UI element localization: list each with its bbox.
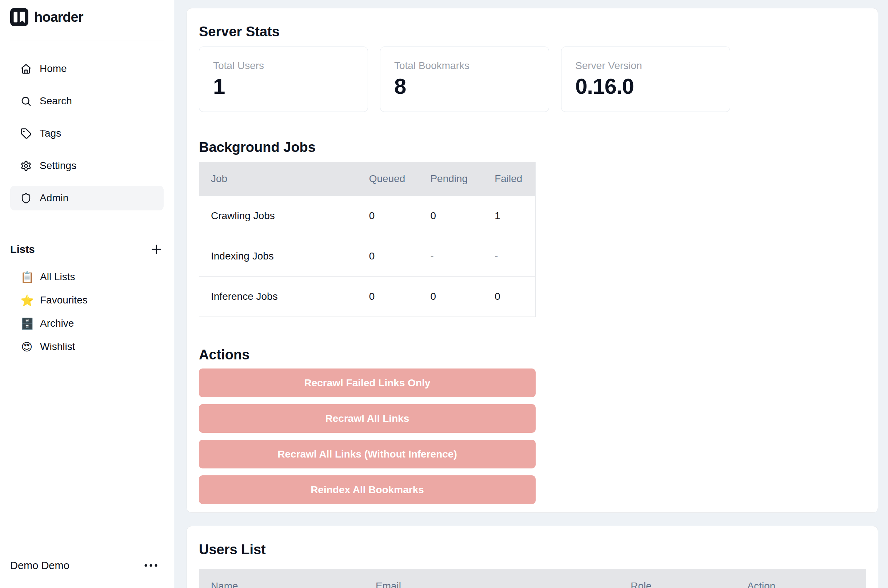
actions-buttons: Recrawl Failed Links Only Recrawl All Li… (199, 369, 536, 504)
column-header: Pending (430, 162, 494, 196)
recrawl-failed-links-button[interactable]: Recrawl Failed Links Only (199, 369, 536, 397)
column-header: Queued (369, 162, 431, 196)
job-queued: 0 (369, 196, 431, 236)
users-list-title: Users List (199, 541, 866, 558)
table-row: Crawling Jobs 0 0 1 (199, 196, 535, 236)
list-item-label: All Lists (40, 271, 75, 283)
stat-card-total-users: Total Users 1 (199, 46, 368, 112)
job-pending: 0 (430, 276, 494, 317)
stat-value: 8 (394, 75, 535, 99)
sidebar-nav: Home Search Tags Settings (10, 56, 164, 210)
shield-icon (20, 193, 32, 204)
lists-header: Lists (10, 241, 164, 258)
user-menu-row: Demo Demo (10, 558, 164, 573)
user-name: Demo Demo (10, 560, 69, 572)
users-table: Name Email Role Action (199, 569, 866, 588)
job-queued: 0 (369, 236, 431, 276)
list-item-all-lists[interactable]: 📋 All Lists (10, 265, 164, 288)
stat-label: Total Bookmarks (394, 59, 535, 72)
list-item-label: Archive (40, 318, 74, 329)
stat-card-server-version: Server Version 0.16.0 (561, 46, 730, 112)
clipboard-icon: 📋 (20, 271, 33, 284)
job-name: Inference Jobs (199, 276, 369, 317)
list-item-favourites[interactable]: ⭐ Favourites (10, 288, 164, 312)
sidebar-item-label: Home (40, 63, 67, 75)
main-content: Server Stats Total Users 1 Total Bookmar… (174, 0, 888, 588)
ellipsis-icon (143, 563, 159, 568)
sidebar-item-label: Admin (40, 192, 68, 204)
search-icon (20, 96, 32, 107)
list-item-label: Wishlist (40, 341, 75, 352)
stat-card-total-bookmarks: Total Bookmarks 8 (380, 46, 549, 112)
column-header: Job (199, 162, 369, 196)
tag-icon (20, 128, 32, 139)
reindex-all-bookmarks-button[interactable]: Reindex All Bookmarks (199, 476, 536, 504)
sidebar-divider (10, 40, 164, 40)
job-failed: 1 (494, 196, 535, 236)
stat-label: Total Users (213, 59, 354, 72)
sidebar-item-label: Settings (40, 160, 77, 171)
recrawl-all-links-button[interactable]: Recrawl All Links (199, 404, 536, 433)
sidebar-item-label: Tags (40, 128, 61, 139)
sidebar-item-search[interactable]: Search (10, 88, 164, 113)
table-row: Inference Jobs 0 0 0 (199, 276, 535, 317)
users-list-card: Users List Name Email Role Action (186, 526, 878, 588)
job-failed: 0 (494, 276, 535, 317)
job-queued: 0 (369, 276, 431, 317)
add-list-button[interactable] (149, 242, 164, 256)
recrawl-all-links-without-inference-button[interactable]: Recrawl All Links (Without Inference) (199, 440, 536, 468)
list-item-archive[interactable]: 🗄️ Archive (10, 312, 164, 335)
stat-label: Server Version (575, 59, 716, 72)
lists: 📋 All Lists ⭐ Favourites 🗄️ Archive 😍 Wi… (10, 265, 164, 358)
admin-panel-card: Server Stats Total Users 1 Total Bookmar… (186, 8, 878, 513)
stat-value: 0.16.0 (575, 75, 716, 99)
sidebar-item-settings[interactable]: Settings (10, 153, 164, 178)
job-name: Indexing Jobs (199, 236, 369, 276)
home-icon (20, 63, 32, 75)
column-header: Name (199, 570, 376, 588)
plus-icon (150, 243, 162, 255)
job-name: Crawling Jobs (199, 196, 369, 236)
user-options-button[interactable] (143, 563, 159, 568)
background-jobs-table: Job Queued Pending Failed Crawling Jobs … (199, 162, 536, 317)
sidebar-divider (10, 223, 164, 223)
sidebar-item-home[interactable]: Home (10, 56, 164, 81)
heart-eyes-icon: 😍 (20, 340, 33, 353)
sidebar-item-admin[interactable]: Admin (10, 186, 164, 210)
job-failed: - (494, 236, 535, 276)
star-icon: ⭐ (20, 294, 33, 307)
sidebar-item-tags[interactable]: Tags (10, 121, 164, 146)
server-stats-title: Server Stats (199, 23, 866, 40)
list-item-label: Favourites (40, 294, 88, 306)
job-pending: - (430, 236, 494, 276)
sidebar: hoarder Home Search Tags (0, 0, 174, 588)
app-logo[interactable]: hoarder (10, 8, 164, 26)
gear-icon (20, 160, 32, 171)
sidebar-item-label: Search (40, 95, 72, 107)
column-header: Email (376, 570, 631, 588)
table-row: Indexing Jobs 0 - - (199, 236, 535, 276)
list-item-wishlist[interactable]: 😍 Wishlist (10, 335, 164, 358)
actions-title: Actions (199, 346, 866, 363)
column-header: Failed (494, 162, 535, 196)
server-stats-cards: Total Users 1 Total Bookmarks 8 Server V… (199, 46, 866, 112)
job-pending: 0 (430, 196, 494, 236)
table-header-row: Job Queued Pending Failed (199, 162, 535, 196)
hoarder-logo-icon (10, 8, 29, 26)
column-header: Action (747, 570, 865, 588)
stat-value: 1 (213, 75, 354, 99)
app-title: hoarder (34, 9, 83, 25)
column-header: Role (631, 570, 747, 588)
background-jobs-title: Background Jobs (199, 138, 866, 156)
lists-title: Lists (10, 243, 35, 255)
table-header-row: Name Email Role Action (199, 570, 865, 588)
file-cabinet-icon: 🗄️ (20, 317, 33, 330)
